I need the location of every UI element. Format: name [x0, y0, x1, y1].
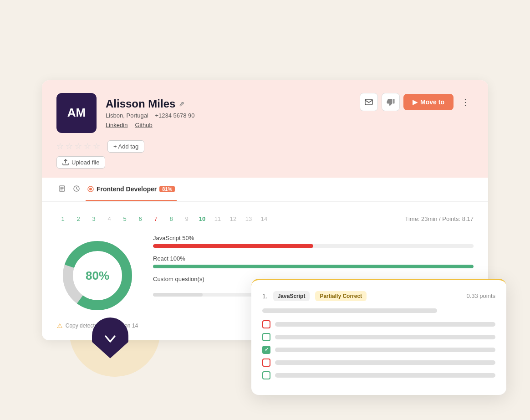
tab-frontend-developer[interactable]: Frontend Developer 81%	[86, 178, 177, 201]
question-text-placeholder	[262, 308, 437, 313]
skill-react-bar-bg	[153, 265, 474, 268]
add-tag-button[interactable]: + Add tag	[107, 140, 144, 153]
tab-icon-1[interactable]	[56, 178, 67, 201]
move-to-button[interactable]: ▶ Move to	[403, 94, 454, 110]
q-num-2[interactable]: 2	[72, 213, 85, 225]
checkbox-4[interactable]	[262, 359, 270, 367]
question-detail-card: 1. JavaScript Partially Correct 0.33 poi…	[251, 279, 506, 395]
header-bottom: ☆ ☆ ☆ ☆ ☆ + Add tag	[56, 140, 474, 153]
checkbox-3[interactable]: ✓	[262, 346, 270, 354]
question-number: 1.	[262, 292, 268, 300]
checkbox-5[interactable]	[262, 371, 270, 379]
q-num-8[interactable]: 8	[165, 213, 178, 225]
answer-option-1	[262, 320, 495, 328]
q-num-11[interactable]: 11	[211, 213, 224, 225]
question-numbers: 1 2 3 4 5 6 7 8 9 10 11 12 13 14	[56, 213, 270, 225]
skill-js-bar-fill	[153, 244, 313, 248]
tab-badge: 81%	[159, 186, 175, 192]
move-arrow-icon: ▶	[413, 98, 418, 106]
q-num-13[interactable]: 13	[242, 213, 255, 225]
candidate-phone: +1234 5678 90	[155, 112, 194, 119]
q-num-10[interactable]: 10	[196, 213, 209, 225]
option-bar-5	[275, 373, 495, 378]
q-num-6[interactable]: 6	[134, 213, 147, 225]
email-button[interactable]	[360, 93, 378, 111]
q-num-14[interactable]: 14	[258, 213, 270, 225]
score-label: 80%	[86, 268, 109, 282]
q-num-9[interactable]: 9	[180, 213, 193, 225]
question-tag-status: Partially Correct	[315, 291, 367, 301]
option-bar-2	[275, 335, 495, 339]
star-2[interactable]: ☆	[66, 141, 73, 151]
card-header: AM Alisson Miles ⇗ Lisbon, Portugal +123…	[42, 80, 488, 178]
option-bar-1	[275, 322, 495, 327]
github-link[interactable]: Github	[135, 122, 152, 128]
move-to-label: Move to	[420, 98, 444, 106]
external-link-icon[interactable]: ⇗	[179, 100, 184, 108]
checkbox-1[interactable]	[262, 320, 270, 328]
avatar: AM	[56, 93, 97, 133]
checkbox-2[interactable]	[262, 333, 270, 341]
card-tabs: Frontend Developer 81%	[42, 178, 488, 202]
skill-javascript: JavaScript 50%	[153, 235, 474, 248]
q-num-4[interactable]: 4	[103, 213, 116, 225]
tab-icon-2[interactable]	[71, 178, 82, 201]
star-5[interactable]: ☆	[93, 141, 100, 151]
question-points: 0.33 points	[466, 292, 495, 299]
skill-js-label: JavaScript 50%	[153, 235, 474, 241]
dislike-button[interactable]	[382, 93, 400, 111]
candidate-info: AM Alisson Miles ⇗ Lisbon, Portugal +123…	[56, 93, 195, 133]
candidate-meta: Lisbon, Portugal +1234 5678 90	[106, 112, 195, 119]
header-actions: ▶ Move to ⋮	[360, 93, 474, 111]
question-nav: 1 2 3 4 5 6 7 8 9 10 11 12 13 14 Time: 2…	[56, 213, 474, 225]
candidate-location: Lisbon, Portugal	[106, 112, 148, 119]
star-rating[interactable]: ☆ ☆ ☆ ☆ ☆	[56, 141, 100, 151]
score-donut: 80%	[56, 235, 138, 317]
q-num-12[interactable]: 12	[227, 213, 240, 225]
question-left: 1. JavaScript Partially Correct	[262, 291, 367, 301]
star-4[interactable]: ☆	[84, 141, 91, 151]
svg-rect-0	[365, 99, 372, 105]
more-options-button[interactable]: ⋮	[457, 94, 474, 110]
checkmark-icon: ✓	[265, 347, 269, 353]
option-bar-3	[275, 348, 495, 352]
skill-js-bar-bg	[153, 244, 474, 248]
tab-label: Frontend Developer	[97, 185, 157, 193]
q-num-5[interactable]: 5	[118, 213, 131, 225]
candidate-links: Linkedin Github	[106, 122, 195, 128]
candidate-name: Alisson Miles	[106, 97, 175, 110]
linkedin-link[interactable]: Linkedin	[106, 122, 127, 128]
time-points: Time: 23min / Points: 8.17	[405, 215, 474, 222]
q-num-3[interactable]: 3	[87, 213, 100, 225]
add-tag-label: + Add tag	[113, 143, 138, 150]
skill-custom-bar-fill	[153, 293, 203, 297]
question-tag-js: JavaScript	[273, 291, 310, 301]
candidate-details: Alisson Miles ⇗ Lisbon, Portugal +1234 5…	[106, 97, 195, 128]
skill-react: React 100%	[153, 255, 474, 268]
answer-option-4	[262, 359, 495, 367]
q-num-1[interactable]: 1	[56, 213, 69, 225]
star-1[interactable]: ☆	[56, 141, 64, 151]
svg-point-3	[89, 188, 92, 190]
question-header: 1. JavaScript Partially Correct 0.33 poi…	[262, 291, 495, 301]
q-num-7[interactable]: 7	[149, 213, 162, 225]
skill-react-label: React 100%	[153, 255, 474, 262]
answer-option-3: ✓	[262, 346, 495, 354]
answer-option-2	[262, 333, 495, 341]
upload-file-button[interactable]: Upload file	[56, 156, 105, 169]
star-3[interactable]: ☆	[75, 141, 82, 151]
option-bar-4	[275, 360, 495, 365]
answer-option-5	[262, 371, 495, 379]
skill-react-bar-fill	[153, 265, 474, 268]
upload-file-label: Upload file	[71, 159, 99, 166]
